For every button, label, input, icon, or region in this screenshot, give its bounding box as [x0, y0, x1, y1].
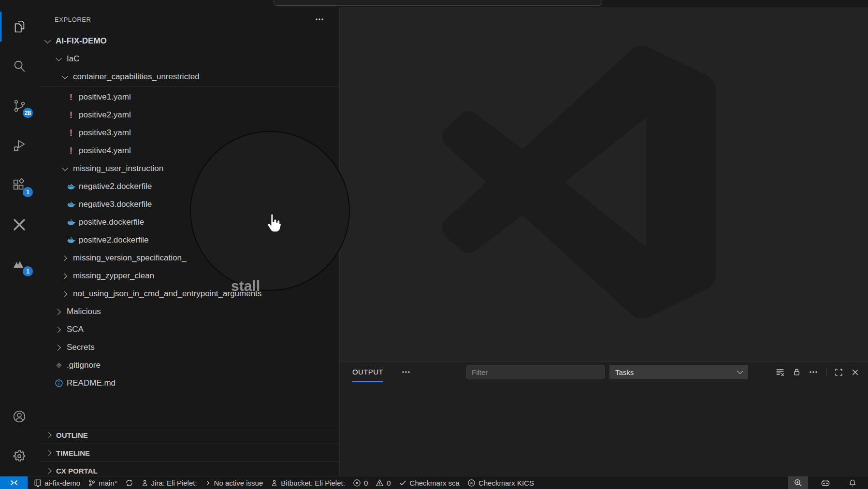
tree-item-positive2-yaml[interactable]: !positive2.yaml: [39, 106, 339, 124]
files-icon: [12, 19, 27, 34]
activity-bar-bottom: [0, 397, 39, 476]
sidebar-section-timeline[interactable]: TIMELINE: [39, 444, 339, 461]
tree-item-malicious[interactable]: Malicious: [39, 302, 339, 320]
tree-item-sca[interactable]: SCA: [39, 320, 339, 338]
clear-output-button[interactable]: [776, 368, 784, 376]
panel-header: OUTPUT Tasks: [340, 362, 868, 382]
status-label: Bitbucket: Eli Pielet:: [281, 479, 345, 487]
explorer-title: EXPLORER: [55, 16, 91, 23]
status-checkmarx-sca[interactable]: Checkmarx sca: [399, 479, 460, 487]
tree-item-iac[interactable]: IaC: [39, 50, 339, 68]
status-bar-right: [788, 476, 868, 489]
panel-actions: [776, 362, 859, 382]
status-screen-magnifier[interactable]: [788, 476, 808, 489]
activity-bar-spacer: [0, 284, 39, 397]
status-problems-warnings[interactable]: 0: [376, 479, 391, 487]
tree-item-positive1-yaml[interactable]: !positive1.yaml: [39, 88, 339, 106]
panel-tab-more-button[interactable]: [402, 362, 410, 382]
sync-icon: [125, 479, 133, 487]
tree-item-label: missing_user_instruction: [73, 164, 163, 173]
status-sync[interactable]: [125, 479, 133, 487]
docker-icon: [66, 217, 76, 228]
tree-item-secrets[interactable]: Secrets: [39, 338, 339, 356]
tree-item-ai-fix-demo[interactable]: AI-FIX-DEMO: [39, 32, 339, 50]
output-filter-input[interactable]: [466, 365, 605, 379]
tree-item-label: .gitignore: [67, 360, 101, 370]
status-problems-errors[interactable]: 0: [353, 479, 368, 487]
status-label: ai-fix-demo: [44, 479, 80, 487]
activity-item-explorer[interactable]: [0, 7, 39, 46]
tree-item-label: Malicious: [67, 307, 101, 316]
error-icon: [467, 479, 476, 487]
badge: 1: [23, 266, 33, 276]
chevron-right-icon: [54, 324, 64, 335]
docker-icon: [66, 199, 76, 210]
chevron-right-icon: [44, 430, 55, 440]
tree-item-readme-md[interactable]: README.md: [39, 374, 339, 392]
activity-item-search[interactable]: [0, 46, 39, 86]
chevron-down-icon: [43, 36, 53, 46]
repo-icon: [33, 479, 42, 487]
status-jira-user[interactable]: Jira: Eli Pielet:: [141, 479, 197, 487]
activity-item-checkmarx[interactable]: [0, 205, 39, 244]
info-icon: [54, 378, 64, 388]
activity-item-settings[interactable]: [0, 436, 39, 476]
activity-item-checkmarx-one[interactable]: 1: [0, 244, 39, 284]
tree-item-label: negative3.dockerfile: [79, 200, 152, 209]
status-label: Jira: Eli Pielet:: [151, 479, 197, 487]
editor-area: [340, 7, 868, 361]
status-checkmarx-kics[interactable]: Checkmarx KICS: [467, 479, 534, 487]
tree-item-label: positive1.yaml: [79, 92, 131, 102]
status-label: Checkmarx sca: [410, 479, 460, 487]
tree-item-not-using-json-in-cmd-and-entrypoint-arguments[interactable]: not_using_json_in_cmd_and_entrypoint_arg…: [39, 285, 339, 302]
activity-bar-top: 2811: [0, 7, 39, 284]
screen-magnifier-lens: [190, 131, 350, 291]
explorer-more-actions-button[interactable]: [315, 18, 324, 21]
separator: [826, 368, 826, 376]
remote-indicator[interactable]: [0, 476, 28, 489]
tree-item-container-capabilities-unrestricted[interactable]: container_capabilities_unrestricted: [39, 68, 339, 86]
close-panel-button[interactable]: [851, 368, 859, 376]
tree-item-label: missing_zypper_clean: [73, 271, 154, 281]
status-label: main*: [99, 479, 117, 487]
magnified-text-fragment: stall: [231, 278, 260, 294]
tree-item-label: positive2.yaml: [79, 110, 131, 120]
output-channel-dropdown[interactable]: Tasks: [609, 365, 748, 379]
status-feedback[interactable]: [815, 476, 836, 489]
status-bitbucket-user[interactable]: Bitbucket: Eli Pielet:: [271, 479, 345, 487]
badge: 28: [23, 108, 33, 118]
status-jira-active-issue[interactable]: No active issue: [205, 479, 263, 487]
yaml-warning-icon: !: [66, 110, 76, 120]
activity-item-source-control[interactable]: 28: [0, 86, 39, 126]
status-bar: ai-fix-demomain*Jira: Eli Pielet:No acti…: [0, 476, 868, 489]
lock-scroll-button[interactable]: [793, 368, 801, 376]
tree-item-label: AI-FIX-DEMO: [56, 36, 107, 46]
branch-icon: [88, 479, 96, 487]
tree-separator: [39, 86, 339, 87]
tree-item-label: SCA: [67, 325, 84, 334]
badge: 1: [23, 187, 33, 197]
output-tab-label: OUTPUT: [352, 368, 383, 376]
tree-item-gitignore[interactable]: .gitignore: [39, 356, 339, 374]
activity-item-run-and-debug[interactable]: [0, 126, 39, 165]
chevron-right-icon: [60, 271, 71, 281]
activity-item-accounts[interactable]: [0, 397, 39, 436]
status-workspace[interactable]: ai-fix-demo: [33, 479, 80, 487]
tree-item-label: Secrets: [67, 343, 95, 352]
status-notifications[interactable]: [843, 476, 862, 489]
chevron-down-icon: [737, 368, 743, 374]
yaml-warning-icon: !: [66, 145, 76, 156]
tree-item-label: container_capabilities_unrestricted: [73, 72, 200, 82]
status-git-branch[interactable]: main*: [88, 479, 117, 487]
status-label: 0: [364, 479, 368, 487]
more-actions-button[interactable]: [809, 371, 818, 374]
maximize-panel-button[interactable]: [835, 368, 843, 376]
sidebar-section-outline[interactable]: OUTLINE: [39, 426, 339, 444]
activity-item-extensions[interactable]: 1: [0, 165, 39, 205]
chevron-right-icon: [60, 288, 71, 299]
tab-output[interactable]: OUTPUT: [352, 362, 383, 382]
title-bar: [0, 0, 868, 7]
command-center-search[interactable]: [274, 0, 602, 6]
activity-bar: 2811: [0, 7, 39, 476]
gear-icon: [12, 449, 27, 463]
